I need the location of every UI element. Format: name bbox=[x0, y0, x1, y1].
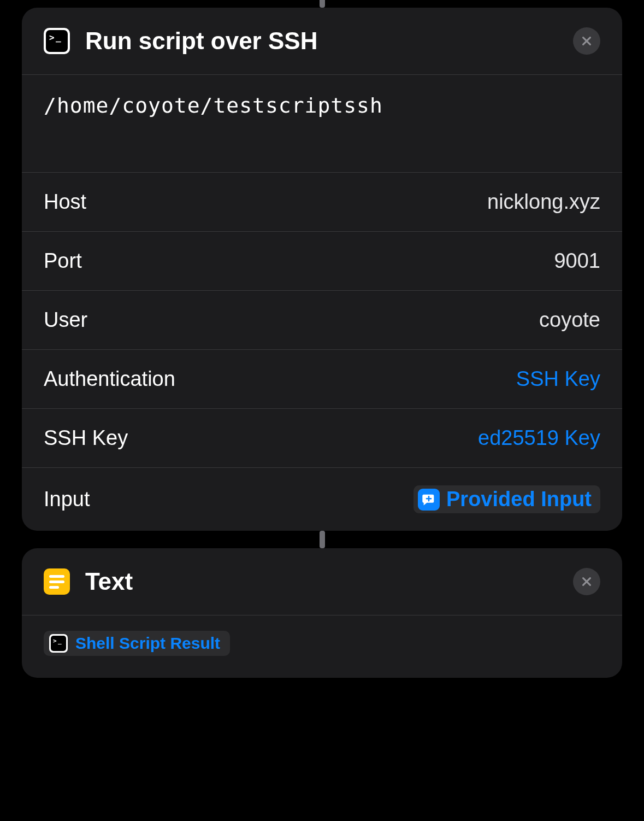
host-row[interactable]: Host nicklong.xyz bbox=[22, 173, 622, 232]
close-icon bbox=[581, 576, 593, 588]
terminal-icon bbox=[49, 634, 68, 653]
script-body[interactable]: /home/coyote/testscriptssh bbox=[22, 75, 622, 173]
input-label: Input bbox=[44, 488, 90, 511]
text-action-header[interactable]: Text bbox=[22, 548, 622, 615]
host-label: Host bbox=[44, 190, 86, 214]
port-label: Port bbox=[44, 249, 82, 273]
text-body[interactable]: Shell Script Result bbox=[22, 615, 622, 678]
terminal-icon bbox=[44, 28, 70, 54]
authentication-value[interactable]: SSH Key bbox=[516, 367, 600, 391]
port-value[interactable]: 9001 bbox=[554, 249, 600, 273]
text-action-title: Text bbox=[85, 568, 573, 595]
ssh-key-value[interactable]: ed25519 Key bbox=[478, 426, 600, 450]
input-token-text: Provided Input bbox=[446, 488, 592, 511]
user-row[interactable]: User coyote bbox=[22, 291, 622, 350]
result-token-text: Shell Script Result bbox=[75, 634, 220, 653]
host-value[interactable]: nicklong.xyz bbox=[487, 190, 600, 214]
authentication-row[interactable]: Authentication SSH Key bbox=[22, 350, 622, 409]
ssh-key-row[interactable]: SSH Key ed25519 Key bbox=[22, 409, 622, 468]
input-row[interactable]: Input Provided Input bbox=[22, 468, 622, 531]
script-text: /home/coyote/testscriptssh bbox=[44, 93, 600, 118]
workflow-connector-mid bbox=[320, 531, 325, 548]
shell-script-result-token[interactable]: Shell Script Result bbox=[44, 631, 230, 656]
user-value[interactable]: coyote bbox=[539, 308, 600, 332]
plus-badge-icon bbox=[418, 489, 440, 511]
ssh-action-header[interactable]: Run script over SSH bbox=[22, 8, 622, 75]
text-action-card[interactable]: Text Shell Script Result bbox=[22, 548, 622, 678]
input-token[interactable]: Provided Input bbox=[413, 485, 600, 513]
authentication-label: Authentication bbox=[44, 367, 175, 391]
close-button[interactable] bbox=[573, 27, 600, 55]
ssh-key-label: SSH Key bbox=[44, 426, 128, 450]
user-label: User bbox=[44, 308, 87, 332]
close-button[interactable] bbox=[573, 568, 600, 595]
text-icon bbox=[44, 568, 70, 595]
port-row[interactable]: Port 9001 bbox=[22, 232, 622, 291]
ssh-action-title: Run script over SSH bbox=[85, 27, 573, 55]
close-icon bbox=[581, 35, 593, 47]
ssh-action-card[interactable]: Run script over SSH /home/coyote/testscr… bbox=[22, 8, 622, 531]
workflow-connector-top bbox=[320, 0, 325, 8]
